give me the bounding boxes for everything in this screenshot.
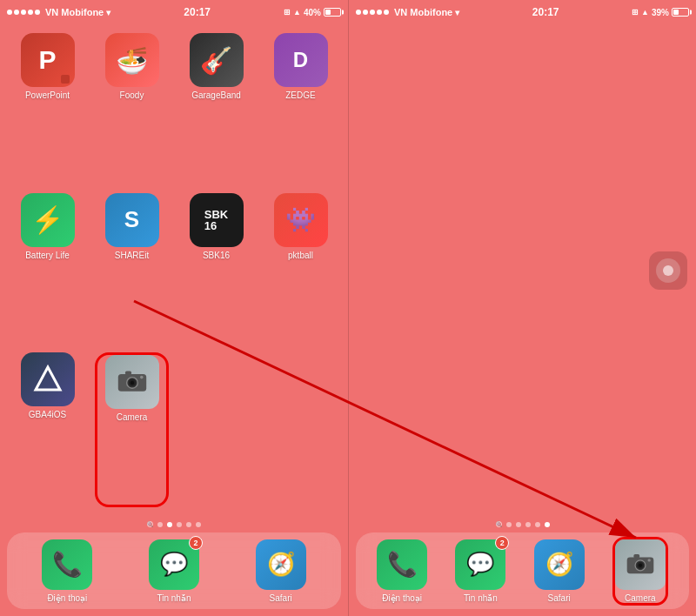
- app-icon-foody: 🍜: [105, 33, 159, 87]
- screen-rotation-icon: ⊞: [284, 8, 291, 17]
- svg-point-4: [130, 381, 134, 385]
- app-label-batterylife: Battery Life: [25, 251, 70, 261]
- assistive-touch-inner: [656, 258, 680, 283]
- app-icon-powerpoint: P: [21, 33, 75, 87]
- dock-label-messages-right: Tin nhắn: [464, 593, 498, 603]
- assistive-touch-button[interactable]: [649, 251, 687, 290]
- battery-icon-right: [672, 8, 689, 17]
- dock-icon-messages-left: 💬 2: [149, 539, 199, 590]
- page-dot-4: [186, 522, 191, 527]
- app-icon-gba4ios: [21, 352, 75, 406]
- dock-safari-left[interactable]: 🧭 Safari: [256, 539, 306, 603]
- app-label-sbk16: SBK16: [203, 251, 230, 261]
- app-powerpoint[interactable]: P PowerPoint: [10, 33, 84, 183]
- svg-rect-5: [124, 372, 130, 376]
- app-pktball[interactable]: 👾 pktball: [264, 193, 338, 343]
- dock-icon-safari-left: 🧭: [256, 539, 306, 590]
- app-label-powerpoint: PowerPoint: [25, 90, 70, 101]
- dock-icon-messages-right: 💬 2: [455, 539, 505, 590]
- dock-label-safari-right: Safari: [548, 593, 571, 603]
- app-zedge[interactable]: D ZEDGE: [264, 33, 338, 183]
- app-camera-left[interactable]: Camera: [95, 352, 169, 507]
- right-screen: VN Mobifone ▾ 20:17 ⊞ ▲ 39%: [348, 0, 696, 616]
- app-batterylife[interactable]: ⚡ Battery Life: [10, 193, 84, 343]
- home-screen-right: [349, 24, 696, 516]
- dock-icon-phone-right: 📞: [377, 539, 427, 590]
- status-right-left: VN Mobifone ▾: [356, 7, 459, 17]
- app-icon-sbk16: SBK16: [190, 193, 244, 247]
- page-dot-3: [177, 522, 182, 527]
- svg-point-6: [140, 376, 144, 379]
- dock-label-phone-left: Điện thoại: [47, 593, 87, 603]
- left-screen: VN Mobifone ▾ 20:17 ⊞ ▲ 40% P PowerPoint: [0, 0, 348, 616]
- battery-percent-right: 39%: [652, 8, 669, 17]
- search-dot-left: 🔍: [147, 521, 153, 527]
- app-label-foody: Foody: [120, 90, 144, 101]
- page-dot-r3: [525, 522, 531, 527]
- battery-fill-left: [325, 10, 331, 15]
- svg-point-12: [639, 563, 642, 566]
- dock-camera-right[interactable]: Camera: [612, 537, 668, 606]
- dock-label-phone-right: Điện thoại: [382, 593, 422, 603]
- app-foody[interactable]: 🍜 Foody: [95, 33, 169, 183]
- battery-percent-left: 40%: [304, 8, 321, 17]
- status-right-left: ⊞ ▲ 40%: [284, 8, 341, 17]
- signal-dots: [7, 10, 40, 15]
- page-dot-r5-active: [545, 522, 550, 527]
- location-icon-right: ▲: [641, 8, 649, 17]
- app-label-gba4ios: GBA4iOS: [29, 410, 66, 420]
- page-dot-r4: [535, 522, 540, 527]
- search-dot-right: 🔍: [496, 521, 502, 527]
- badge-messages-left: 2: [189, 536, 203, 550]
- page-dot-5: [196, 522, 201, 527]
- camera-icon-right: [626, 552, 655, 577]
- app-icon-pktball: 👾: [274, 193, 328, 247]
- time-right: 20:17: [532, 6, 559, 18]
- app-label-zedge: ZEDGE: [285, 90, 315, 101]
- battery-fill-right: [673, 10, 679, 15]
- signal-dots-right: [356, 10, 389, 15]
- wifi-icon: ▾: [106, 8, 110, 17]
- dock-messages-right[interactable]: 💬 2 Tin nhắn: [455, 539, 505, 603]
- dock-safari-right[interactable]: 🧭 Safari: [534, 539, 585, 603]
- app-icon-batterylife: ⚡: [21, 193, 75, 247]
- dock-phone-left[interactable]: 📞 Điện thoại: [42, 539, 92, 603]
- status-right-right: ⊞ ▲ 39%: [632, 8, 689, 17]
- app-shareit[interactable]: S SHAREit: [95, 193, 169, 343]
- page-dot-r2: [516, 522, 521, 527]
- wifi-icon-right: ▾: [455, 8, 459, 17]
- dock-label-messages-left: Tin nhắn: [157, 593, 191, 603]
- app-label-camera-left: Camera: [117, 412, 148, 423]
- app-sbk16[interactable]: SBK16 SBK16: [179, 193, 253, 343]
- app-grid-left: P PowerPoint 🍜 Foody 🎸 GarageBand D ZEDG…: [0, 24, 348, 516]
- app-gba4ios[interactable]: GBA4iOS: [10, 352, 84, 507]
- dock-label-safari-left: Safari: [270, 593, 292, 603]
- app-icon-shareit: S: [105, 193, 159, 247]
- dock-icon-phone-left: 📞: [42, 539, 92, 590]
- svg-point-14: [647, 559, 650, 561]
- app-icon-zedge: D: [274, 33, 328, 87]
- svg-marker-0: [36, 367, 60, 390]
- page-dots-left: 🔍: [0, 516, 348, 532]
- dock-right: 📞 Điện thoại 💬 2 Tin nhắn 🧭 Safari: [356, 532, 689, 609]
- camera-icon-left: [117, 369, 148, 395]
- dock-label-camera-right: Camera: [625, 593, 656, 603]
- page-dot-r1: [506, 522, 512, 527]
- app-label-shareit: SHAREit: [115, 251, 149, 261]
- status-left: VN Mobifone ▾: [7, 7, 110, 17]
- page-dots-right: 🔍: [349, 516, 696, 532]
- assistive-touch-dot: [663, 265, 673, 276]
- badge-messages-right: 2: [495, 536, 509, 550]
- status-bar-left: VN Mobifone ▾ 20:17 ⊞ ▲ 40%: [0, 0, 348, 24]
- app-icon-garageband: 🎸: [190, 33, 244, 87]
- dock-messages-left[interactable]: 💬 2 Tin nhắn: [149, 539, 199, 603]
- dock-icon-camera-right: [615, 539, 666, 590]
- app-label-garageband: GarageBand: [191, 90, 241, 101]
- dock-icon-safari-right: 🧭: [534, 539, 585, 590]
- screen-rotation-icon-right: ⊞: [632, 8, 639, 17]
- app-garageband[interactable]: 🎸 GarageBand: [179, 33, 253, 183]
- dock-phone-right[interactable]: 📞 Điện thoại: [377, 539, 427, 603]
- location-icon: ▲: [293, 8, 301, 17]
- svg-rect-13: [633, 554, 639, 558]
- carrier-name: VN Mobifone: [45, 7, 104, 17]
